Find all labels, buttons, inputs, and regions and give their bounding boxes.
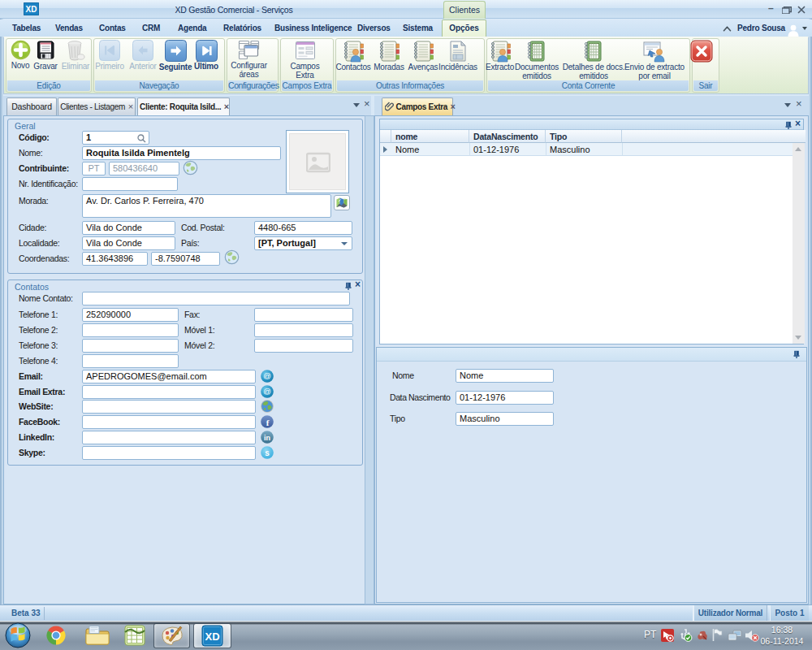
svg-text:XD: XD [26,5,37,14]
svg-text:@: @ [263,371,271,380]
svg-text:f: f [266,418,270,427]
svg-text:XD: XD [205,630,219,643]
svg-text:s: s [265,448,270,457]
svg-text:@: @ [263,387,271,396]
svg-text:in: in [264,434,270,442]
